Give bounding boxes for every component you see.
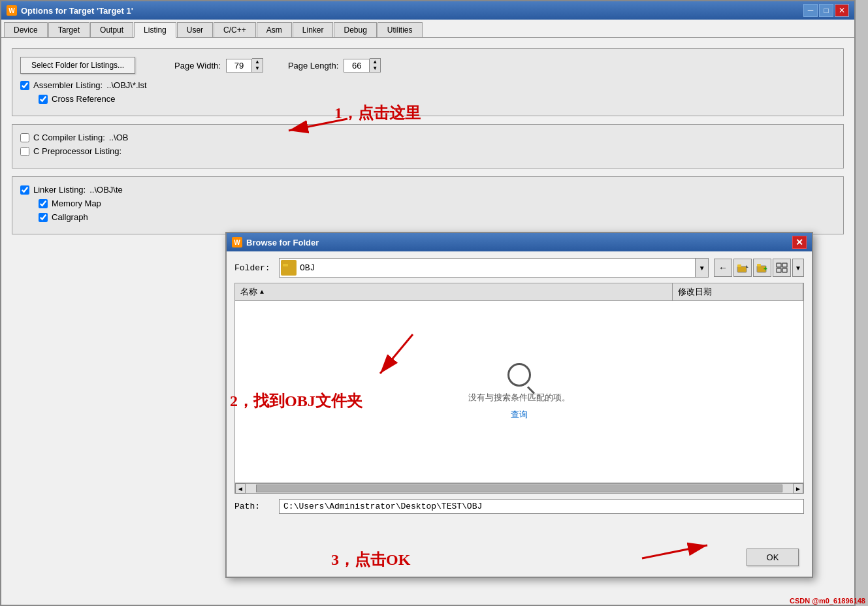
svg-rect-13 [782,263,787,267]
svg-rect-10 [757,264,761,266]
path-label: Path: [234,502,274,511]
assembler-listing-label: Assembler Listing: [33,80,103,90]
memory-map-label: Memory Map [52,199,101,208]
folder-section: Select Folder for Listings... Page Width… [12,48,844,116]
col-name-header[interactable]: 名称 ▲ [235,283,673,300]
tab-listing[interactable]: Listing [134,22,176,38]
page-width-down[interactable]: ▼ [252,65,263,72]
dialog-title: Browse for Folder [246,238,319,247]
page-controls: Page Width: ▲ ▼ Page Length: ▲ ▼ [174,58,381,72]
folder-combo[interactable]: ▼ [279,258,709,278]
dialog-close-button[interactable]: ✕ [792,236,807,249]
page-width-spinner[interactable]: ▲ ▼ [226,58,263,72]
dialog-icon: W [232,237,242,247]
tab-target[interactable]: Target [48,22,89,37]
svg-text:+: + [764,265,767,272]
file-list-empty: 没有与搜索条件匹配的项。 查询 [235,301,803,483]
linker-listing-row: Linker Listing: ..\OBJ\te [20,185,835,195]
title-bar-buttons: ─ □ ✕ [803,4,849,17]
view-button[interactable] [773,259,791,277]
assembler-listing-checkbox[interactable] [20,81,29,90]
tab-debug[interactable]: Debug [334,22,376,37]
path-row: Path: [234,499,804,514]
assembler-listing-checkbox-label[interactable]: Assembler Listing: ..\OBJ\*.lst [20,80,147,90]
file-list-body: 没有与搜索条件匹配的项。 查询 [234,300,804,483]
scroll-left-button[interactable]: ◄ [235,483,246,494]
folder-input[interactable] [298,261,695,275]
folder-row: Folder: ▼ ← [234,258,804,278]
svg-rect-5 [283,264,288,266]
memory-map-checkbox[interactable] [39,199,48,208]
dialog-content: Folder: ▼ ← [227,251,812,520]
ok-button[interactable]: OK [747,549,799,566]
toolbar-buttons: ← + [714,259,804,277]
close-button[interactable]: ✕ [835,4,849,17]
memory-map-checkbox-label[interactable]: Memory Map [39,199,101,208]
tab-cpp[interactable]: C/C++ [214,22,256,37]
title-bar: W Options for Target 'Target 1' ─ □ ✕ [1,1,854,20]
cross-reference-checkbox-label[interactable]: Cross Reference [39,94,116,104]
tab-linker[interactable]: Linker [293,22,334,37]
assembler-listing-row: Assembler Listing: ..\OBJ\*.lst [20,80,835,90]
page-length-up[interactable]: ▲ [370,59,380,65]
watermark: CSDN @m0_61896148 [790,597,865,605]
empty-message: 没有与搜索条件匹配的项。 [468,392,570,404]
listing-content: Select Folder for Listings... Page Width… [1,38,854,253]
page-length-input[interactable] [344,59,370,72]
c-preprocessor-checkbox[interactable] [20,147,29,156]
page-length-spinner[interactable]: ▲ ▼ [344,58,381,72]
dialog-title-bar: W Browse for Folder ✕ [227,233,812,251]
view-dropdown-arrow[interactable]: ▼ [792,259,804,277]
page-length-label: Page Length: [288,61,338,71]
step3-arrow [629,532,747,571]
scroll-right-button[interactable]: ► [793,483,803,494]
maximize-button[interactable]: □ [819,4,833,17]
folder-dropdown-arrow[interactable]: ▼ [695,259,708,277]
c-compiler-label: C Compiler Listing: [33,133,105,142]
scrollbar-horizontal[interactable]: ◄ ► [234,483,804,494]
page-width-label: Page Width: [174,61,221,71]
minimize-button[interactable]: ─ [803,4,818,17]
c-preprocessor-label: C Preprocessor Listing: [33,146,121,156]
c-compiler-checkbox[interactable] [20,133,29,142]
app-icon: W [7,5,17,16]
scroll-thumb[interactable] [256,485,782,492]
tabs-bar: Device Target Output Listing User C/C++ … [1,20,854,38]
svg-marker-8 [746,265,748,268]
linker-listing-checkbox[interactable] [20,185,29,195]
up-folder-button[interactable] [733,259,752,277]
tab-output[interactable]: Output [90,22,133,37]
page-length-down[interactable]: ▼ [370,65,380,72]
c-compiler-checkbox-label[interactable]: C Compiler Listing: ..\OB [20,133,128,142]
linker-listing-path: ..\OBJ\te [89,185,123,195]
callgraph-checkbox-label[interactable]: Callgraph [39,212,88,222]
tab-device[interactable]: Device [4,22,48,37]
select-folder-button[interactable]: Select Folder for Listings... [20,57,135,74]
svg-rect-6 [737,266,747,272]
callgraph-row: Callgraph [20,212,835,222]
page-width-up[interactable]: ▲ [252,59,263,65]
page-width-input[interactable] [226,59,252,72]
tab-utilities[interactable]: Utilities [378,22,423,37]
folder-label: Folder: [234,263,274,273]
file-list-header: 名称 ▲ 修改日期 [234,283,804,300]
new-folder-button[interactable]: + [753,259,771,277]
tab-asm[interactable]: Asm [257,22,292,37]
assembler-listing-path: ..\OBJ\*.lst [106,80,146,90]
svg-rect-14 [777,268,781,272]
back-button[interactable]: ← [714,259,732,277]
search-icon [507,363,531,387]
c-preprocessor-row: C Preprocessor Listing: [20,146,835,156]
linker-listing-checkbox-label[interactable]: Linker Listing: ..\OBJ\te [20,185,123,195]
tab-user[interactable]: User [177,22,213,37]
svg-rect-15 [782,268,787,272]
col-modified-header[interactable]: 修改日期 [673,283,803,300]
cross-reference-checkbox[interactable] [39,95,48,104]
window-title: Options for Target 'Target 1' [21,6,133,16]
path-input[interactable] [279,499,804,514]
c-preprocessor-checkbox-label[interactable]: C Preprocessor Listing: [20,146,121,156]
c-compiler-section: C Compiler Listing: ..\OB C Preprocessor… [12,124,844,168]
callgraph-checkbox[interactable] [39,213,48,222]
svg-rect-12 [777,263,781,267]
browse-dialog: W Browse for Folder ✕ Folder: ▼ ← [225,232,813,578]
